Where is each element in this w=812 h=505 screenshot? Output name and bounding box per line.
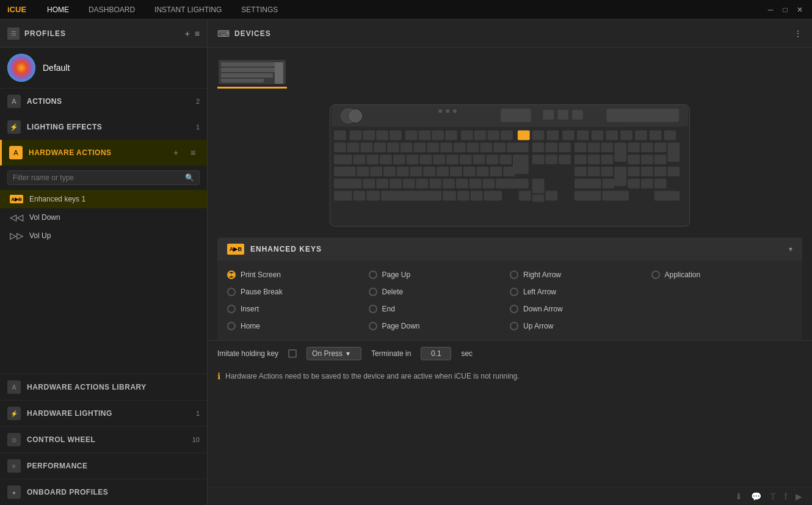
sidebar-library-performance[interactable]: ≡ PERFORMANCE xyxy=(0,452,207,479)
radio-print-screen[interactable] xyxy=(227,271,236,279)
key-option-print-screen[interactable]: Print Screen xyxy=(227,271,369,279)
svg-rect-30 xyxy=(487,131,499,140)
svg-rect-85 xyxy=(575,154,587,164)
key-option-up-arrow[interactable]: Up Arrow xyxy=(510,322,651,330)
svg-rect-60 xyxy=(575,142,587,152)
minimize-button[interactable]: ─ xyxy=(766,5,775,15)
radio-page-down[interactable] xyxy=(369,322,377,330)
enhanced-keys-panel: A▶B ENHANCED KEYS ▾ Print Screen Page Up… xyxy=(217,238,802,340)
key-option-left-arrow[interactable]: Left Arrow xyxy=(510,288,651,296)
keyboard-visual xyxy=(330,104,690,227)
footer-icon-twitter[interactable]: 𝕋 xyxy=(770,492,776,501)
radio-home[interactable] xyxy=(227,322,236,330)
nav-settings[interactable]: SETTINGS xyxy=(237,3,281,16)
action-item-vol-up[interactable]: ▷▷ Vol Up xyxy=(0,227,207,245)
on-press-dropdown[interactable]: On Press ▾ xyxy=(306,347,361,360)
imitate-checkbox[interactable] xyxy=(288,349,297,358)
key-option-home[interactable]: Home xyxy=(227,322,369,330)
radio-up-arrow[interactable] xyxy=(510,322,518,330)
key-label-print-screen: Print Screen xyxy=(241,271,281,279)
radio-left-arrow[interactable] xyxy=(510,288,518,296)
svg-rect-143 xyxy=(602,191,629,201)
hw-action-menu-button[interactable]: ≡ xyxy=(186,146,200,159)
main-layout: ☰ PROFILES + ≡ xyxy=(0,20,812,505)
svg-rect-139 xyxy=(532,186,545,194)
actions-count: 2 xyxy=(196,98,200,105)
info-text: Hardware Actions need to be saved to the… xyxy=(225,372,520,380)
terminate-input[interactable] xyxy=(421,347,451,360)
svg-rect-4 xyxy=(221,73,273,78)
add-hw-action-button[interactable]: + xyxy=(169,146,183,159)
macro-icon: A▶B xyxy=(10,195,23,203)
key-option-right-arrow[interactable]: Right Arrow xyxy=(510,271,651,279)
svg-rect-121 xyxy=(469,179,482,189)
radio-application[interactable] xyxy=(651,271,660,279)
profile-item-default[interactable]: Default xyxy=(0,48,207,89)
svg-rect-2 xyxy=(221,62,283,67)
key-option-page-down[interactable]: Page Down xyxy=(369,322,510,330)
action-item-vol-down[interactable]: ◁◁ Vol Down xyxy=(0,208,207,227)
radio-end[interactable] xyxy=(369,305,377,313)
sidebar-library-hw-actions[interactable]: A HARDWARE ACTIONS LIBRARY xyxy=(0,374,207,400)
radio-right-arrow[interactable] xyxy=(510,271,518,279)
profiles-menu-button[interactable]: ≡ xyxy=(195,29,200,38)
svg-rect-75 xyxy=(433,154,445,164)
svg-rect-118 xyxy=(429,179,441,189)
svg-rect-58 xyxy=(545,142,557,152)
key-option-down-arrow[interactable]: Down Arrow xyxy=(510,305,651,313)
action-item-enhanced-keys[interactable]: A▶B Enhanced keys 1 xyxy=(0,190,207,208)
add-profile-button[interactable]: + xyxy=(185,29,190,38)
close-button[interactable]: ✕ xyxy=(795,5,805,15)
key-option-page-up[interactable]: Page Up xyxy=(369,271,510,279)
svg-point-11 xyxy=(438,109,442,113)
sidebar-section-lighting[interactable]: ⚡ LIGHTING EFFECTS 1 xyxy=(0,114,207,140)
svg-point-13 xyxy=(453,109,457,113)
sidebar-section-hardware-actions[interactable]: A HARDWARE ACTIONS + ≡ xyxy=(0,140,207,165)
vol-up-icon: ▷▷ xyxy=(10,231,23,240)
devices-icon: ⌨ xyxy=(217,29,230,38)
svg-rect-137 xyxy=(484,191,502,201)
key-option-end[interactable]: End xyxy=(369,305,510,313)
titlebar: iCUE HOME DASHBOARD INSTANT LIGHTING SET… xyxy=(0,0,812,20)
sidebar-library-onboard-profiles[interactable]: ● ONBOARD PROFILES xyxy=(0,479,207,505)
radio-pause-break[interactable] xyxy=(227,288,236,296)
right-panel: ⌨ DEVICES ⋮ xyxy=(208,20,812,505)
svg-rect-132 xyxy=(366,191,380,201)
nav-dashboard[interactable]: DASHBOARD xyxy=(85,3,139,16)
nav-instant-lighting[interactable]: INSTANT LIGHTING xyxy=(151,3,225,16)
sidebar-library-control-wheel[interactable]: ⊙ CONTROL WHEEL 10 xyxy=(0,426,207,452)
nav-home[interactable]: HOME xyxy=(43,3,73,16)
svg-rect-105 xyxy=(588,167,600,176)
radio-insert[interactable] xyxy=(227,305,236,313)
key-option-delete[interactable]: Delete xyxy=(369,288,510,296)
key-option-application[interactable]: Application xyxy=(651,271,793,279)
key-option-pause-break[interactable]: Pause Break xyxy=(227,288,369,296)
footer-icon-youtube[interactable]: ▶ xyxy=(796,492,802,501)
svg-rect-62 xyxy=(601,142,613,152)
sidebar-library-hw-lighting[interactable]: ⚡ HARDWARE LIGHTING 1 xyxy=(0,400,207,426)
devices-menu-button[interactable]: ⋮ xyxy=(794,29,802,38)
svg-rect-79 xyxy=(486,154,498,164)
maximize-button[interactable]: □ xyxy=(780,5,790,15)
svg-rect-127 xyxy=(628,179,640,189)
svg-rect-69 xyxy=(353,154,366,164)
svg-rect-107 xyxy=(614,167,626,186)
svg-rect-42 xyxy=(664,131,676,140)
device-tab-keyboard[interactable] xyxy=(217,57,287,89)
radio-down-arrow[interactable] xyxy=(510,305,518,313)
app-footer: ⬇ 💬 𝕋 f ▶ xyxy=(208,487,812,505)
svg-rect-131 xyxy=(353,191,366,201)
key-option-insert[interactable]: Insert xyxy=(227,305,369,313)
search-input[interactable] xyxy=(13,173,185,182)
enhanced-keys-header[interactable]: A▶B ENHANCED KEYS ▾ xyxy=(217,238,802,261)
footer-icon-facebook[interactable]: f xyxy=(785,492,787,501)
radio-page-up[interactable] xyxy=(369,271,377,279)
svg-rect-61 xyxy=(588,142,600,152)
profiles-actions: + ≡ xyxy=(185,29,200,38)
svg-rect-59 xyxy=(559,142,571,152)
sidebar-section-actions[interactable]: A ACTIONS 2 xyxy=(0,89,207,114)
lib-hw-icon: A xyxy=(7,380,21,394)
radio-delete[interactable] xyxy=(369,288,377,296)
footer-icon-download[interactable]: ⬇ xyxy=(735,492,742,501)
footer-icon-chat[interactable]: 💬 xyxy=(751,492,761,501)
